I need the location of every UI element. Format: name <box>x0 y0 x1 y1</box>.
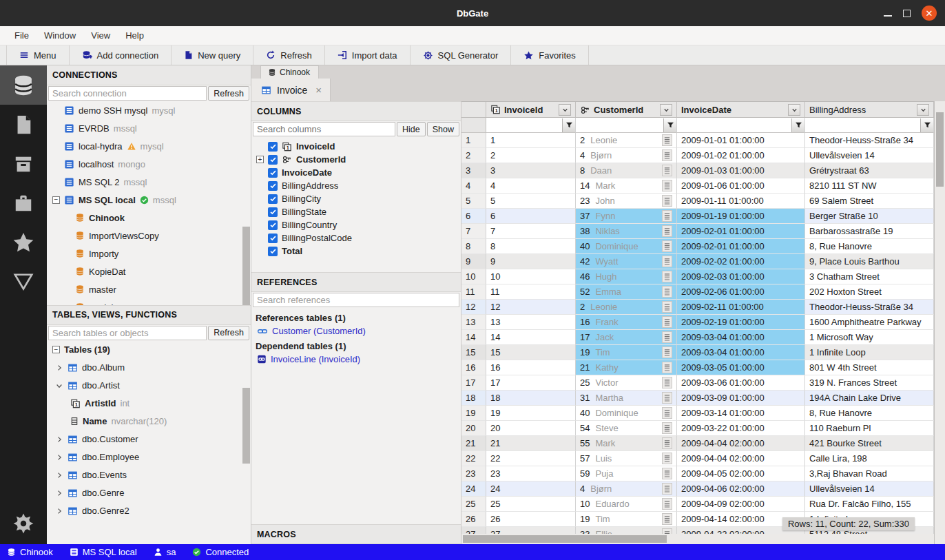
connection-item[interactable]: −MS SQL localmssql <box>47 191 251 209</box>
connection-item[interactable]: local-hydramysql <box>47 137 251 155</box>
menu-item-help[interactable]: Help <box>118 28 152 43</box>
checkbox-checked[interactable] <box>268 168 278 178</box>
toolbar-button-favorites[interactable]: Favorites <box>511 45 588 65</box>
cell-customerid[interactable]: 4Bjørn <box>576 481 677 497</box>
cell-invoiceid[interactable]: 16 <box>486 360 576 375</box>
cell-invoiceid[interactable]: 22 <box>486 451 576 466</box>
cell-billingaddress[interactable]: Ullevålsveien 14 <box>805 148 934 163</box>
cell-billingaddress[interactable]: Berger Straße 10 <box>805 209 934 224</box>
table-item[interactable]: dbo.Employee <box>47 448 251 466</box>
cell-customerid[interactable]: 25Victor <box>576 375 677 391</box>
cell-invoicedate[interactable]: 2009-04-06 02:00:00 <box>677 481 805 497</box>
table-item[interactable]: dbo.Album <box>47 359 251 377</box>
cell-customerid[interactable]: 2Leonie <box>576 300 677 315</box>
tables-refresh-button[interactable]: Refresh <box>208 326 249 340</box>
grid-filter-invoiceid[interactable] <box>486 118 576 133</box>
status-sa[interactable]: sa <box>154 547 176 557</box>
cell-invoicedate[interactable]: 2009-03-05 01:00:00 <box>677 360 805 375</box>
row-number-cell[interactable]: 21 <box>461 436 486 451</box>
collapse-icon[interactable]: − <box>52 346 60 353</box>
cell-customerid[interactable]: 23John <box>576 194 677 209</box>
grid-vertical-scrollbar[interactable] <box>934 101 945 544</box>
search-columns-input[interactable] <box>253 122 395 136</box>
open-detail-button[interactable] <box>662 165 672 176</box>
cell-invoicedate[interactable]: 2009-03-09 01:00:00 <box>677 391 805 406</box>
cell-invoiceid[interactable]: 23 <box>486 466 576 481</box>
row-number-cell[interactable]: 7 <box>461 224 486 239</box>
filter-funnel-button[interactable] <box>663 118 676 132</box>
grid-horizontal-scrollbar[interactable] <box>461 534 934 544</box>
cell-invoicedate[interactable]: 2009-03-04 01:00:00 <box>677 345 805 360</box>
cell-customerid[interactable]: 57Luis <box>576 451 677 466</box>
cell-billingaddress[interactable]: 801 W 4th Street <box>805 360 934 375</box>
expand-icon[interactable]: + <box>256 156 264 163</box>
table-item[interactable]: dbo.Artist <box>47 377 251 395</box>
toolbar-button-import-data[interactable]: Import data <box>325 45 411 65</box>
cell-billingaddress[interactable]: Ullevålsveien 14 <box>805 481 934 497</box>
cell-invoicedate[interactable]: 2009-03-04 01:00:00 <box>677 330 805 345</box>
row-number-cell[interactable]: 24 <box>461 481 486 497</box>
cell-invoiceid[interactable]: 4 <box>486 178 576 194</box>
checkbox-checked[interactable] <box>268 220 278 230</box>
column-toggle-item[interactable]: BillingState <box>251 205 461 218</box>
cell-billingaddress[interactable]: 8, Rue Hanovre <box>805 239 934 254</box>
row-number-cell[interactable]: 2 <box>461 148 486 163</box>
cell-customerid[interactable]: 42Wyatt <box>576 254 677 269</box>
column-toggle-item[interactable]: BillingCity <box>251 192 461 205</box>
cell-customerid[interactable]: 55Mark <box>576 436 677 451</box>
cell-invoicedate[interactable]: 2009-02-03 01:00:00 <box>677 269 805 284</box>
reference-link[interactable]: Customer (CustomerId) <box>257 326 457 336</box>
checkbox-checked[interactable] <box>268 155 278 165</box>
cell-customerid[interactable]: 40Dominique <box>576 406 677 421</box>
cell-billingaddress[interactable]: 1 Microsoft Way <box>805 330 934 345</box>
cell-invoiceid[interactable]: 1 <box>486 133 576 148</box>
reference-link[interactable]: InvoiceLine (InvoiceId) <box>257 354 457 364</box>
cell-customerid[interactable]: 4Bjørn <box>576 148 677 163</box>
row-number-cell[interactable]: 9 <box>461 254 486 269</box>
open-detail-button[interactable] <box>662 362 672 373</box>
cell-invoiceid[interactable]: 24 <box>486 481 576 497</box>
open-detail-button[interactable] <box>662 407 672 419</box>
cell-customerid[interactable]: 37Fynn <box>576 209 677 224</box>
cell-invoiceid[interactable]: 25 <box>486 497 576 512</box>
cell-invoiceid[interactable]: 21 <box>486 436 576 451</box>
open-detail-button[interactable] <box>662 210 672 222</box>
status-chinook[interactable]: Chinook <box>7 547 53 557</box>
cell-invoiceid[interactable]: 11 <box>486 284 576 300</box>
cell-invoicedate[interactable]: 2009-01-06 01:00:00 <box>677 178 805 194</box>
cell-invoicedate[interactable]: 2009-01-01 01:00:00 <box>677 133 805 148</box>
cell-billingaddress[interactable]: 69 Salem Street <box>805 194 934 209</box>
grid-header-invoiceid[interactable]: 1InvoiceId <box>486 102 576 118</box>
tables-scrollbar[interactable] <box>242 388 250 464</box>
open-detail-button[interactable] <box>662 271 672 282</box>
cell-billingaddress[interactable]: 110 Raeburn Pl <box>805 421 934 436</box>
cell-invoiceid[interactable]: 12 <box>486 300 576 315</box>
cell-billingaddress[interactable]: Rua Dr. Falcão Filho, 155 <box>805 497 934 512</box>
menu-item-view[interactable]: View <box>83 28 118 43</box>
cell-invoiceid[interactable]: 17 <box>486 375 576 391</box>
cell-billingaddress[interactable]: Barbarossastraße 19 <box>805 224 934 239</box>
column-toggle-item[interactable]: +CustomerId <box>251 153 461 166</box>
menu-item-file[interactable]: File <box>7 28 37 43</box>
menu-item-window[interactable]: Window <box>37 28 83 43</box>
open-detail-button[interactable] <box>662 422 672 434</box>
maximize-button[interactable] <box>903 10 911 17</box>
column-toggle-item[interactable]: 1InvoiceId <box>251 140 461 153</box>
column-toggle-item[interactable]: BillingCountry <box>251 218 461 231</box>
cell-invoiceid[interactable]: 6 <box>486 209 576 224</box>
cell-invoicedate[interactable]: 2009-03-22 01:00:00 <box>677 421 805 436</box>
cell-customerid[interactable]: 46Hugh <box>576 269 677 284</box>
row-number-cell[interactable]: 18 <box>461 391 486 406</box>
cell-invoicedate[interactable]: 2009-02-19 01:00:00 <box>677 315 805 330</box>
close-button[interactable]: ✕ <box>922 6 937 21</box>
cell-billingaddress[interactable]: 3 Chatham Street <box>805 269 934 284</box>
connection-item[interactable]: MS SQL 2mssql <box>47 173 251 191</box>
column-menu-button[interactable] <box>559 104 571 116</box>
cell-billingaddress[interactable]: Calle Lira, 198 <box>805 451 934 466</box>
cell-billingaddress[interactable]: Grétrystraat 63 <box>805 163 934 178</box>
connection-item[interactable]: EVRDBmssql <box>47 119 251 137</box>
cell-billingaddress[interactable]: 194A Chain Lake Drive <box>805 391 934 406</box>
cell-customerid[interactable]: 19Tim <box>576 512 677 527</box>
cell-invoiceid[interactable]: 13 <box>486 315 576 330</box>
open-detail-button[interactable] <box>662 437 672 449</box>
